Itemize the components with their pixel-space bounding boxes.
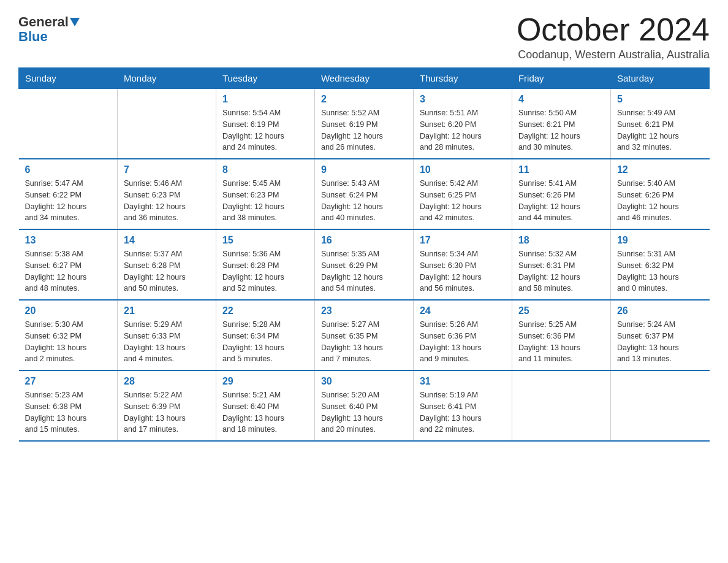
day-info: Sunrise: 5:20 AMSunset: 6:40 PMDaylight:… — [321, 389, 407, 435]
day-info: Sunrise: 5:22 AMSunset: 6:39 PMDaylight:… — [124, 389, 210, 435]
day-info: Sunrise: 5:19 AMSunset: 6:41 PMDaylight:… — [420, 389, 506, 435]
weekday-header-friday: Friday — [512, 68, 610, 89]
day-info: Sunrise: 5:52 AMSunset: 6:19 PMDaylight:… — [321, 107, 407, 153]
day-number: 23 — [321, 305, 407, 316]
day-info: Sunrise: 5:28 AMSunset: 6:34 PMDaylight:… — [222, 319, 308, 365]
calendar-cell: 31Sunrise: 5:19 AMSunset: 6:41 PMDayligh… — [413, 370, 512, 441]
day-number: 11 — [518, 164, 604, 175]
weekday-header-monday: Monday — [117, 68, 216, 89]
day-number: 26 — [617, 305, 703, 316]
calendar-cell: 26Sunrise: 5:24 AMSunset: 6:37 PMDayligh… — [610, 300, 709, 370]
calendar-cell: 12Sunrise: 5:40 AMSunset: 6:26 PMDayligh… — [610, 159, 709, 229]
calendar-cell: 17Sunrise: 5:34 AMSunset: 6:30 PMDayligh… — [413, 229, 512, 300]
day-info: Sunrise: 5:42 AMSunset: 6:25 PMDaylight:… — [420, 178, 506, 224]
day-number: 25 — [518, 305, 604, 316]
day-number: 12 — [617, 164, 703, 175]
calendar-cell: 21Sunrise: 5:29 AMSunset: 6:33 PMDayligh… — [117, 300, 216, 370]
day-info: Sunrise: 5:49 AMSunset: 6:21 PMDaylight:… — [617, 107, 703, 153]
day-info: Sunrise: 5:51 AMSunset: 6:20 PMDaylight:… — [420, 107, 506, 153]
calendar-cell: 20Sunrise: 5:30 AMSunset: 6:32 PMDayligh… — [19, 300, 118, 370]
day-number: 20 — [25, 305, 111, 316]
calendar-cell: 4Sunrise: 5:50 AMSunset: 6:21 PMDaylight… — [512, 89, 610, 159]
day-number: 3 — [420, 94, 506, 105]
day-number: 1 — [222, 94, 308, 105]
day-number: 9 — [321, 164, 407, 175]
day-number: 21 — [124, 305, 210, 316]
day-info: Sunrise: 5:43 AMSunset: 6:24 PMDaylight:… — [321, 178, 407, 224]
calendar-title: October 2024 — [517, 12, 710, 47]
day-number: 17 — [420, 235, 506, 246]
day-number: 31 — [420, 376, 506, 387]
day-info: Sunrise: 5:21 AMSunset: 6:40 PMDaylight:… — [222, 389, 308, 435]
calendar-cell: 25Sunrise: 5:25 AMSunset: 6:36 PMDayligh… — [512, 300, 610, 370]
weekday-header-thursday: Thursday — [413, 68, 512, 89]
calendar-cell: 16Sunrise: 5:35 AMSunset: 6:29 PMDayligh… — [314, 229, 413, 300]
day-number: 30 — [321, 376, 407, 387]
day-info: Sunrise: 5:29 AMSunset: 6:33 PMDaylight:… — [124, 319, 210, 365]
calendar-cell: 30Sunrise: 5:20 AMSunset: 6:40 PMDayligh… — [314, 370, 413, 441]
day-info: Sunrise: 5:31 AMSunset: 6:32 PMDaylight:… — [617, 248, 703, 294]
day-number: 24 — [420, 305, 506, 316]
calendar-cell: 11Sunrise: 5:41 AMSunset: 6:26 PMDayligh… — [512, 159, 610, 229]
day-info: Sunrise: 5:50 AMSunset: 6:21 PMDaylight:… — [518, 107, 604, 153]
logo-text-blue: Blue — [18, 29, 48, 44]
calendar-cell: 15Sunrise: 5:36 AMSunset: 6:28 PMDayligh… — [216, 229, 314, 300]
day-info: Sunrise: 5:25 AMSunset: 6:36 PMDaylight:… — [518, 319, 604, 365]
day-number: 22 — [222, 305, 308, 316]
calendar-week-1: 1Sunrise: 5:54 AMSunset: 6:19 PMDaylight… — [19, 89, 710, 159]
calendar-cell: 18Sunrise: 5:32 AMSunset: 6:31 PMDayligh… — [512, 229, 610, 300]
day-info: Sunrise: 5:34 AMSunset: 6:30 PMDaylight:… — [420, 248, 506, 294]
day-info: Sunrise: 5:27 AMSunset: 6:35 PMDaylight:… — [321, 319, 407, 365]
calendar-cell: 14Sunrise: 5:37 AMSunset: 6:28 PMDayligh… — [117, 229, 216, 300]
calendar-cell: 2Sunrise: 5:52 AMSunset: 6:19 PMDaylight… — [314, 89, 413, 159]
day-info: Sunrise: 5:30 AMSunset: 6:32 PMDaylight:… — [25, 319, 111, 365]
day-info: Sunrise: 5:36 AMSunset: 6:28 PMDaylight:… — [222, 248, 308, 294]
calendar-cell — [512, 370, 610, 441]
day-number: 16 — [321, 235, 407, 246]
calendar-cell: 22Sunrise: 5:28 AMSunset: 6:34 PMDayligh… — [216, 300, 314, 370]
day-info: Sunrise: 5:38 AMSunset: 6:27 PMDaylight:… — [25, 248, 111, 294]
calendar-cell: 13Sunrise: 5:38 AMSunset: 6:27 PMDayligh… — [19, 229, 118, 300]
calendar-cell: 27Sunrise: 5:23 AMSunset: 6:38 PMDayligh… — [19, 370, 118, 441]
day-number: 14 — [124, 235, 210, 246]
calendar-cell: 3Sunrise: 5:51 AMSunset: 6:20 PMDaylight… — [413, 89, 512, 159]
day-number: 19 — [617, 235, 703, 246]
day-info: Sunrise: 5:32 AMSunset: 6:31 PMDaylight:… — [518, 248, 604, 294]
day-number: 8 — [222, 164, 308, 175]
calendar-week-2: 6Sunrise: 5:47 AMSunset: 6:22 PMDaylight… — [19, 159, 710, 229]
day-number: 29 — [222, 376, 308, 387]
calendar-subtitle: Coodanup, Western Australia, Australia — [517, 48, 710, 61]
calendar-cell: 6Sunrise: 5:47 AMSunset: 6:22 PMDaylight… — [19, 159, 118, 229]
calendar-cell: 24Sunrise: 5:26 AMSunset: 6:36 PMDayligh… — [413, 300, 512, 370]
day-info: Sunrise: 5:37 AMSunset: 6:28 PMDaylight:… — [124, 248, 210, 294]
day-number: 5 — [617, 94, 703, 105]
calendar-cell: 9Sunrise: 5:43 AMSunset: 6:24 PMDaylight… — [314, 159, 413, 229]
calendar-cell — [19, 89, 118, 159]
calendar-week-4: 20Sunrise: 5:30 AMSunset: 6:32 PMDayligh… — [19, 300, 710, 370]
day-number: 4 — [518, 94, 604, 105]
calendar-cell: 29Sunrise: 5:21 AMSunset: 6:40 PMDayligh… — [216, 370, 314, 441]
day-number: 2 — [321, 94, 407, 105]
weekday-header-tuesday: Tuesday — [216, 68, 314, 89]
weekday-header-saturday: Saturday — [610, 68, 709, 89]
day-number: 10 — [420, 164, 506, 175]
title-area: October 2024 Coodanup, Western Australia… — [517, 12, 710, 61]
calendar-cell — [117, 89, 216, 159]
calendar-cell — [610, 370, 709, 441]
day-info: Sunrise: 5:54 AMSunset: 6:19 PMDaylight:… — [222, 107, 308, 153]
calendar-week-3: 13Sunrise: 5:38 AMSunset: 6:27 PMDayligh… — [19, 229, 710, 300]
day-number: 6 — [25, 164, 111, 175]
calendar-cell: 8Sunrise: 5:45 AMSunset: 6:23 PMDaylight… — [216, 159, 314, 229]
page-header: General Blue October 2024 Coodanup, West… — [18, 12, 710, 61]
day-number: 18 — [518, 235, 604, 246]
day-info: Sunrise: 5:23 AMSunset: 6:38 PMDaylight:… — [25, 389, 111, 435]
calendar-cell: 7Sunrise: 5:46 AMSunset: 6:23 PMDaylight… — [117, 159, 216, 229]
day-info: Sunrise: 5:47 AMSunset: 6:22 PMDaylight:… — [25, 178, 111, 224]
day-info: Sunrise: 5:26 AMSunset: 6:36 PMDaylight:… — [420, 319, 506, 365]
calendar-body: 1Sunrise: 5:54 AMSunset: 6:19 PMDaylight… — [19, 89, 710, 442]
day-info: Sunrise: 5:35 AMSunset: 6:29 PMDaylight:… — [321, 248, 407, 294]
calendar-cell: 28Sunrise: 5:22 AMSunset: 6:39 PMDayligh… — [117, 370, 216, 441]
calendar-cell: 5Sunrise: 5:49 AMSunset: 6:21 PMDaylight… — [610, 89, 709, 159]
day-info: Sunrise: 5:45 AMSunset: 6:23 PMDaylight:… — [222, 178, 308, 224]
calendar-cell: 1Sunrise: 5:54 AMSunset: 6:19 PMDaylight… — [216, 89, 314, 159]
